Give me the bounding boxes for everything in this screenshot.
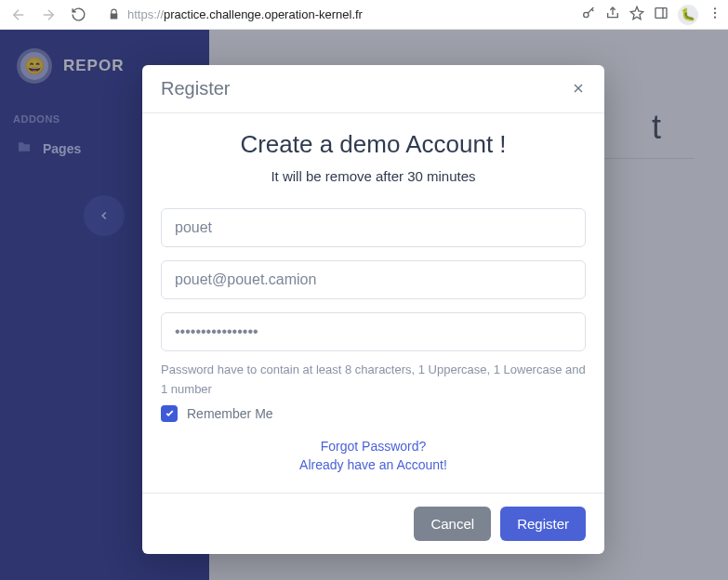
remember-label: Remember Me <box>187 406 273 421</box>
close-icon <box>571 81 586 96</box>
username-field[interactable] <box>161 208 586 247</box>
arrow-left-icon <box>10 7 27 23</box>
kebab-menu-icon[interactable] <box>708 6 722 24</box>
register-modal: Register Create a demo Account ! It will… <box>142 65 604 554</box>
svg-point-4 <box>714 16 716 18</box>
svg-point-2 <box>714 7 716 9</box>
arrow-right-icon <box>40 7 57 23</box>
url-protocol: https:// <box>127 7 164 21</box>
cancel-button[interactable]: Cancel <box>414 507 491 541</box>
password-hint: Password have to contain at least 8 char… <box>161 361 586 400</box>
reload-button[interactable] <box>65 2 91 28</box>
modal-subheading: It will be remove after 30 minutes <box>161 168 586 184</box>
modal-links: Forgot Password? Already have an Account… <box>161 439 586 472</box>
remember-row: Remember Me <box>161 405 586 422</box>
already-account-link[interactable]: Already have an Account! <box>161 457 586 472</box>
address-bar[interactable]: https://practice.challenge.operation-ker… <box>100 3 572 27</box>
modal-close-button[interactable] <box>571 80 586 99</box>
lock-icon <box>108 8 120 20</box>
extension-panel-icon[interactable] <box>654 6 668 24</box>
modal-header: Register <box>142 65 604 113</box>
check-icon <box>165 408 175 418</box>
browser-right-icons: 🐛 <box>581 5 722 25</box>
modal-footer: Cancel Register <box>142 493 604 554</box>
back-button[interactable] <box>6 2 32 28</box>
email-field[interactable] <box>161 260 586 299</box>
star-icon[interactable] <box>629 6 644 24</box>
password-field[interactable] <box>161 312 586 351</box>
key-icon[interactable] <box>581 6 596 24</box>
modal-title: Register <box>161 78 230 99</box>
remember-checkbox[interactable] <box>161 405 178 422</box>
url-host: practice.challenge.operation-kernel.fr <box>164 7 363 21</box>
modal-body: Create a demo Account ! It will be remov… <box>142 113 604 493</box>
forward-button[interactable] <box>35 2 61 28</box>
reload-icon <box>71 7 86 22</box>
register-button[interactable]: Register <box>500 507 586 541</box>
svg-point-3 <box>714 11 716 13</box>
browser-toolbar: https://practice.challenge.operation-ker… <box>0 0 728 30</box>
svg-rect-1 <box>655 7 667 18</box>
extension-avatar[interactable]: 🐛 <box>678 5 698 25</box>
forgot-password-link[interactable]: Forgot Password? <box>161 439 586 454</box>
modal-heading: Create a demo Account ! <box>161 130 586 159</box>
share-icon[interactable] <box>605 6 620 24</box>
